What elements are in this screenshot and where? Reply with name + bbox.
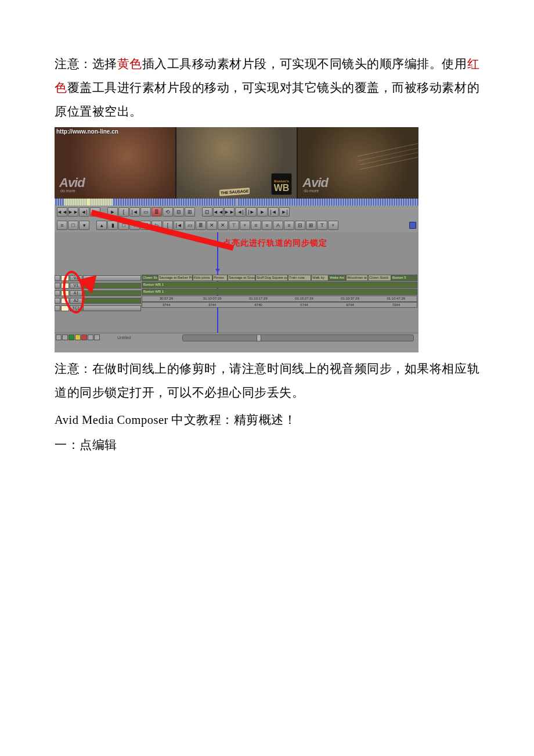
monitor-left: http://www.non-line.cn Avid do more [55,127,176,199]
v1-clip-segment[interactable]: Train note [288,275,311,281]
heading-tutorial-text: Avid Media Composer 中文教程：精剪概述！ [55,413,297,426]
toolbar-button[interactable]: ►► [68,207,78,217]
timecode-row: 30:57:2901:10:07:2901:10:17:2901:10:27:2… [142,296,417,302]
timecode-sublabel: 5744 [281,303,327,308]
timecode-sublabel: 7244 [373,303,417,308]
toolbar-button[interactable]: ✕ [218,221,228,230]
p1-mid: 插入工具移动素材片段，可实现不同镜头的顺序编排。使用 [142,57,467,70]
toolbar-button[interactable]: T [317,221,327,230]
toolbar-button[interactable]: ▭ [185,221,195,230]
toolbar-button[interactable]: ▭ [140,207,151,217]
v1-clip-segment[interactable]: Clown Sto [142,275,158,281]
toolbar-button[interactable]: ▾ [79,221,89,230]
wb-text: WB [274,183,290,193]
toolbar-button[interactable]: □ [68,221,78,230]
toolbar-button[interactable]: |◄ [174,221,184,230]
toolbar-button[interactable]: |◄ [268,207,279,217]
scrollbar-thumb[interactable] [257,334,261,341]
toolbar-button[interactable]: ≡ [284,221,294,230]
bb-icon-green[interactable] [68,334,74,340]
toolbar-button[interactable]: ⊤ [229,221,239,230]
toolbar-button[interactable]: ⊟ [174,207,184,217]
toolbar-button[interactable]: [ [118,207,129,217]
timeline-area: 点亮此进行轨道的同步锁定 V2 V1 [55,232,418,341]
toolbar-button[interactable]: ▮ [107,221,118,230]
toolbar-button[interactable]: ►► [224,207,234,217]
v1-clip-segment[interactable]: Boston 5 [391,275,417,281]
avid-watermark-2: Avid do more [302,175,328,193]
v1-clip-segment[interactable]: Waite Act [329,275,346,281]
toolbar-button[interactable]: ≣ [151,207,162,217]
toolbar-button[interactable]: ⊟ [295,221,305,230]
red-arrow-annotation [81,247,234,288]
toolbar-button[interactable]: ≡ [251,221,261,230]
timecode-subrow: 374437444740574467447244 [142,302,417,308]
heading-section-1: 一：点编辑 [55,433,479,457]
v1-clip-segment[interactable]: Pizzas [212,275,228,281]
toolbar-button[interactable]: ⊞ [306,221,316,230]
toolbar-button[interactable]: + [240,221,250,230]
avid-brand: Avid [59,175,85,190]
v1-clip-segment[interactable]: Walk by [311,275,329,281]
v1-clip-segment[interactable]: Sausage at Barber POV [158,275,193,281]
monitor-right: Avid do more [298,127,418,199]
timecode-label: 01:10:27:29 [281,296,327,301]
timecode-label: 01:10:07:29 [189,296,235,301]
timecode-sublabel: 6744 [327,303,373,308]
v1-clip-segment[interactable]: Woodman at [346,275,368,281]
bottom-corner-icons [55,334,101,340]
bb-icon-yellow[interactable] [75,334,81,340]
toolbar-button[interactable]: |► [246,207,257,217]
v1-clip-segment[interactable]: Kids pizza [193,275,212,281]
timeline-bottom-bar: Untitled [55,333,418,341]
toolbar-button[interactable]: ◄◄ [213,207,223,217]
v1-clip-segment[interactable]: Sausage at Scooter 1 [228,275,255,281]
toolbar-button[interactable]: ≡ [262,221,272,230]
bb-icon[interactable] [88,334,93,340]
toolbar-button[interactable]: ► [257,207,268,217]
toolbar-button[interactable]: ⊞ [185,207,195,217]
p1-prefix: 注意：选择 [55,57,117,70]
heading-tutorial: Avid Media Composer 中文教程：精剪概述！ [55,408,479,432]
a2-clip[interactable]: Boston WB 1 [142,289,417,295]
toolbar-button[interactable]: |◄ [129,207,140,217]
overlay-url: http://www.non-line.cn [55,127,175,135]
toolbar-button[interactable]: ◄◄ [57,207,67,217]
timecode-ruler[interactable] [55,199,418,206]
toolbar-button[interactable]: + [328,221,338,230]
bb-icon-red[interactable] [81,334,87,340]
timecode-sublabel: 3744 [189,303,235,308]
timecode-label: 01:10:47:29 [373,296,417,301]
timecode-label: 01:10:17:29 [235,296,281,301]
timeline-toolbar: ≡□▾▴▮□⊤Ø▷[|◄▭≣✕✕⊤+≡≡A≡⊟⊞T+ [55,219,418,232]
toolbar-button[interactable]: ⟲ [163,207,173,217]
toolbar-button[interactable]: A [273,221,283,230]
toolbar-button[interactable]: ►| [279,207,290,217]
toolbar-button[interactable]: ⊡ [202,207,212,217]
v1-clip-segment[interactable]: Stuff Dog Square po [255,275,288,281]
toolbar-button[interactable]: ◄| [235,207,246,217]
toolbar-button[interactable]: ≣ [196,221,206,230]
guitar-strings [358,142,418,170]
monitor-mid: THE SAUSAGE Boston's WB [176,127,298,199]
bb-icon[interactable] [62,334,68,340]
timecode-label: 01:10:37:29 [327,296,373,301]
v1-clip-segment[interactable]: Clown Stock [368,275,391,281]
toolbar-button[interactable]: ◄| [79,207,89,217]
toolbar-button[interactable]: ▴ [96,221,107,230]
wb-logo: Boston's WB [271,173,293,195]
p1-suffix: 覆盖工具进行素材片段的移动，可实现对其它镜头的覆盖，而被移动素材的原位置被空出。 [55,81,479,118]
bb-icon[interactable] [56,334,62,340]
timecode-label: 30:57:29 [143,296,189,301]
timeline-scrollbar[interactable] [182,334,414,341]
toolbar-button[interactable]: ✕ [207,221,217,230]
toolbar-button[interactable]: ≡ [57,221,67,230]
paragraph-1: 注意：选择黄色插入工具移动素材片段，可实现不同镜头的顺序编排。使用红色覆盖工具进… [55,52,479,124]
bb-icon[interactable] [94,334,100,340]
paragraph-2: 注意：在做时间线上的修剪时，请注意时间线上的视音频同步，如果将相应轨道的同步锁定… [55,357,479,405]
avid-brand: Avid [302,175,328,190]
sequence-name: Untitled [117,336,131,340]
toggle-panel-icon[interactable] [409,222,416,229]
preview-monitors: http://www.non-line.cn Avid do more THE … [55,127,418,199]
annotation-text: 点亮此进行轨道的同步锁定 [223,238,327,249]
